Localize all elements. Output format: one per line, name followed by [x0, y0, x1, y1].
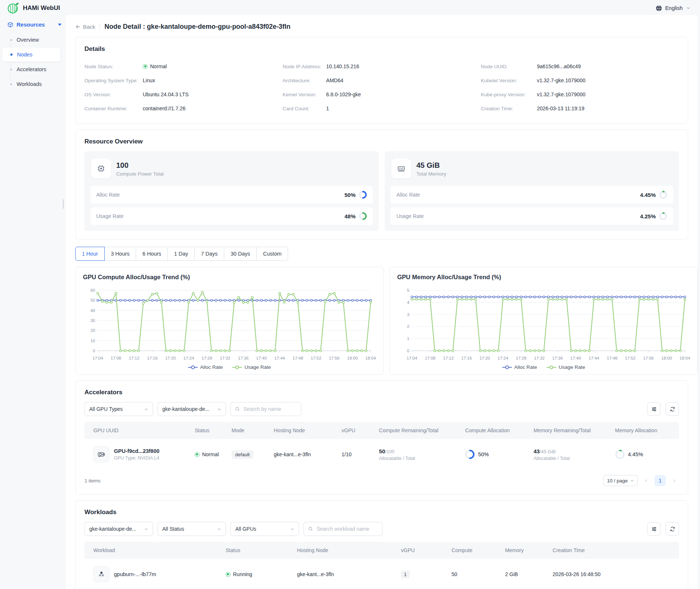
chevron-down-icon [217, 407, 221, 411]
legend-item[interactable]: Usage Rate [547, 364, 585, 370]
svg-text:17:04: 17:04 [93, 356, 103, 360]
workload-search-input[interactable] [316, 526, 378, 532]
column-settings-button[interactable] [647, 522, 661, 536]
gpu-compute-trend-chart: 010203040506017:0417:0817:1217:1617:2017… [83, 286, 376, 362]
usage-rate-label: Usage Rate [396, 213, 424, 219]
tab-3-hours[interactable]: 3 Hours [104, 247, 136, 261]
alloc-rate-value: 4.45% [640, 192, 656, 198]
field-value: 2026-03-13 11:19:19 [537, 105, 585, 111]
sidebar-section-resources[interactable]: Resources [0, 16, 63, 32]
workload-node-value: gke-kantaloupe-de... [89, 526, 136, 532]
workloads-card: Workloads gke-kantaloupe-de... All Statu… [75, 500, 688, 589]
svg-text:17:40: 17:40 [256, 356, 267, 360]
next-page-button[interactable] [669, 476, 679, 485]
svg-text:30: 30 [90, 318, 95, 323]
svg-text:3: 3 [407, 312, 409, 317]
refresh-icon [670, 526, 675, 532]
svg-text:18:00: 18:00 [661, 356, 672, 360]
prev-page-button[interactable] [641, 476, 651, 485]
sidebar-item-label: Workloads [17, 81, 42, 87]
accelerator-search-input[interactable] [243, 406, 297, 412]
legend-item[interactable]: Usage Rate [232, 364, 271, 370]
field-label: Node UUID: [481, 64, 537, 69]
svg-text:17:28: 17:28 [202, 356, 212, 360]
back-label: Back [83, 24, 95, 30]
bullet-icon [10, 53, 13, 56]
field-label: Architecture: [283, 78, 326, 83]
col-vgpu: vGPU [337, 427, 375, 433]
field-label: Kubelet Version: [481, 78, 537, 83]
sidebar-item-label: Nodes [17, 52, 32, 58]
tab-1-hour[interactable]: 1 Hour [75, 247, 105, 261]
page-size-select[interactable]: 10 / page [603, 475, 638, 486]
page-number-1[interactable]: 1 [655, 475, 666, 486]
tab-30-days[interactable]: 30 Days [224, 247, 257, 261]
accelerator-row[interactable]: GPU-f9cd...23f800 GPU Type: NVIDIA L4 No… [84, 439, 679, 470]
tab-6-hours[interactable]: 6 Hours [136, 247, 168, 261]
svg-text:0: 0 [93, 349, 95, 353]
refresh-button[interactable] [666, 402, 679, 416]
gpu-status: Normal [195, 451, 223, 457]
svg-text:20: 20 [90, 328, 95, 333]
gpu-type-value: All GPU Types [89, 406, 123, 412]
field-value: 1 [326, 105, 329, 111]
tab-7-days[interactable]: 7 Days [194, 247, 224, 261]
refresh-button[interactable] [666, 522, 679, 536]
workload-creation-time: 2026-03-26 16:48:50 [548, 571, 679, 577]
tab-custom[interactable]: Custom [256, 247, 288, 261]
col-workload: Workload [84, 547, 221, 553]
col-memory-remaining: Memory Remaining/Total [529, 427, 611, 433]
cube-icon [7, 22, 13, 28]
back-button[interactable]: Back [75, 24, 95, 30]
gpu-compute-trend-card: GPU Compute Alloc/Usage Trend (%) 010203… [75, 267, 384, 375]
svg-text:17:24: 17:24 [498, 356, 508, 360]
workload-gpus-select[interactable]: All GPUs [231, 522, 299, 536]
workload-row[interactable]: gpuburn-...-lb77m Running gke-kant...e-3… [84, 559, 679, 589]
tab-1-day[interactable]: 1 Day [167, 247, 195, 261]
workload-status-select[interactable]: All Status [157, 522, 226, 536]
svg-text:17:08: 17:08 [425, 356, 436, 360]
field-value: 10.140.15.216 [326, 63, 359, 69]
gpu-type-select[interactable]: All GPU Types [84, 402, 153, 416]
memory-remaining-cell: 43/45 GiB Allocatable / Total [529, 448, 611, 461]
workload-node-select[interactable]: gke-kantaloupe-de... [84, 522, 153, 536]
node-select[interactable]: gke-kantaloupe-de... [157, 402, 226, 416]
svg-text:17:04: 17:04 [407, 356, 417, 360]
page-title: Node Detail : gke-kantaloupe-demo-gpu-po… [104, 23, 290, 31]
col-memory: Memory [500, 547, 548, 553]
sidebar-item-accelerators[interactable]: Accelerators [2, 62, 60, 76]
svg-text:2: 2 [407, 324, 409, 329]
legend-item[interactable]: Alloc Rate [502, 364, 537, 370]
chart-legend: Alloc RateUsage Rate [397, 364, 690, 370]
col-hosting-node: Hosting Node [269, 427, 337, 433]
svg-text:17:28: 17:28 [516, 356, 527, 360]
field-value: AMD64 [326, 77, 343, 83]
svg-text:17:24: 17:24 [183, 356, 194, 360]
chevron-down-icon [630, 479, 634, 482]
sidebar-item-workloads[interactable]: Workloads [2, 77, 60, 91]
search-icon [308, 526, 313, 531]
column-settings-button[interactable] [647, 402, 661, 416]
workload-search [304, 522, 382, 536]
memory-icon [391, 159, 411, 179]
alloc-rate-donut [359, 191, 367, 199]
col-vgpu: vGPU [396, 547, 447, 553]
svg-text:17:32: 17:32 [220, 356, 231, 360]
node-status-value: Normal [143, 63, 167, 69]
svg-text:18:00: 18:00 [347, 356, 358, 360]
svg-text:0: 0 [407, 349, 409, 353]
divider [100, 24, 100, 30]
status-dot-icon [195, 452, 200, 457]
field-label: Kernel Version: [283, 92, 326, 97]
legend-item[interactable]: Alloc Rate [188, 364, 223, 370]
col-memory-allocation: Memory Allocation [611, 427, 679, 433]
sidebar-item-overview[interactable]: Overview [2, 33, 60, 47]
svg-text:4: 4 [407, 300, 410, 305]
workloads-title: Workloads [84, 509, 679, 516]
workload-compute: 50 [447, 571, 500, 577]
sidebar-resize-handle[interactable] [63, 199, 64, 209]
accelerators-card: Accelerators All GPU Types gke-kantaloup… [75, 380, 688, 495]
field-value: 9a615c96...a06c49 [537, 63, 581, 69]
language-selector[interactable]: English [656, 5, 690, 11]
sidebar-item-nodes[interactable]: Nodes [2, 48, 60, 62]
